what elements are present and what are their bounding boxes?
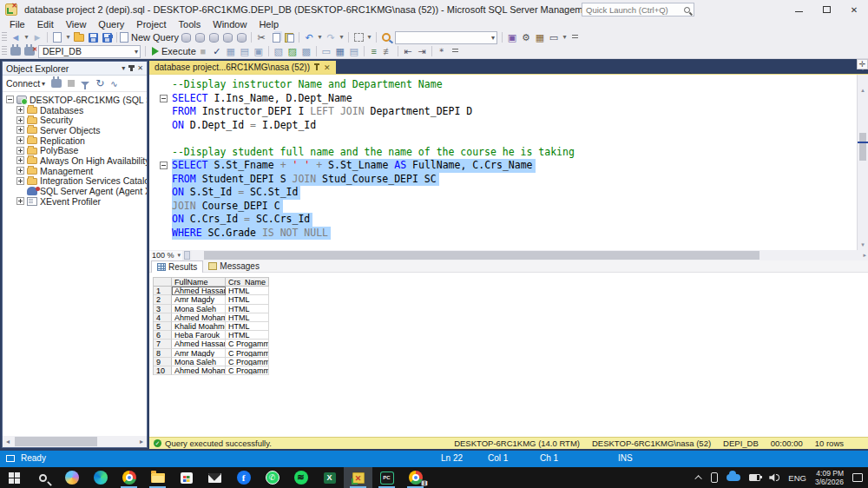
tree-item-security[interactable]: Security <box>3 115 147 125</box>
open-file-icon[interactable] <box>72 31 86 43</box>
document-tab[interactable]: database project...6RC1KMG\nasa (52)) ✕ <box>149 61 336 74</box>
expander-icon[interactable] <box>16 167 24 175</box>
taskbar-start[interactable] <box>0 467 29 488</box>
stop-icon[interactable] <box>68 80 75 87</box>
grid-cell[interactable]: Amr Magdy <box>172 295 226 304</box>
zoom-selector[interactable]: 100 % ▾ <box>149 251 182 260</box>
selection-dropdown-icon[interactable]: ▾ <box>365 31 373 43</box>
grid-corner[interactable] <box>154 278 172 287</box>
redo-icon[interactable]: ↷ <box>324 31 338 43</box>
row-number[interactable]: 5 <box>154 322 172 331</box>
cancel-query-icon[interactable]: ■ <box>196 45 210 57</box>
database-4-icon[interactable] <box>220 31 234 43</box>
menu-query[interactable]: Query <box>92 19 130 30</box>
taskbar-copilot[interactable] <box>57 467 86 488</box>
tab-messages[interactable]: Messages <box>203 260 265 273</box>
database-1-icon[interactable] <box>179 31 193 43</box>
column-header-crs_name[interactable]: Crs_Name <box>226 278 269 287</box>
tree-item-integration-services-catalogs[interactable]: Integration Services Catalogs <box>3 176 147 187</box>
row-number[interactable]: 9 <box>154 358 172 366</box>
phone-link-icon[interactable] <box>711 472 718 483</box>
new-file-dropdown-icon[interactable]: ▾ <box>64 31 72 43</box>
activity-monitor-icon[interactable]: ∿ <box>110 79 117 89</box>
grid-cell[interactable]: HTML <box>226 295 269 304</box>
toolbar-grip-2[interactable] <box>2 46 7 56</box>
close-button[interactable]: ✕ <box>840 0 868 19</box>
expander-icon[interactable] <box>6 96 14 103</box>
taskbar-whatsapp[interactable]: ✆ <box>258 467 286 488</box>
disconnect-icon[interactable] <box>51 79 62 88</box>
grid-cell[interactable]: Heba Farouk <box>172 331 226 340</box>
menu-view[interactable]: View <box>60 19 93 30</box>
grid-cell[interactable]: HTML <box>226 287 269 295</box>
column-number[interactable]: Col 1 <box>488 453 508 463</box>
row-number[interactable]: 7 <box>154 340 172 348</box>
execute-button[interactable]: Execute <box>148 46 196 56</box>
uncomment-icon[interactable]: ≢ <box>381 45 395 57</box>
editor-hscrollbar[interactable]: ▸ <box>192 250 868 260</box>
overflow-icon[interactable] <box>449 45 463 57</box>
refresh-icon[interactable]: ↻ <box>95 77 104 89</box>
new-query-button[interactable]: New Query <box>120 32 179 43</box>
new-file-icon[interactable] <box>50 31 64 43</box>
notification-center-icon[interactable] <box>852 473 863 482</box>
menu-project[interactable]: Project <box>130 19 172 30</box>
scroll-left-icon[interactable]: ◂ <box>3 438 13 445</box>
row-number[interactable]: 6 <box>154 331 172 340</box>
tray-expand-icon[interactable] <box>697 475 702 480</box>
results-to-file-icon[interactable]: ▤ <box>347 45 361 57</box>
tree-item-replication[interactable]: Replication <box>3 135 147 146</box>
sql-editor[interactable]: --Display instructor Name and Department… <box>149 75 868 250</box>
tree-item-server-objects[interactable]: Server Objects <box>3 125 147 135</box>
row-number[interactable]: 3 <box>154 305 172 313</box>
language-indicator[interactable]: ENG <box>788 473 806 483</box>
cut-icon[interactable]: ✂ <box>254 31 268 43</box>
collapse-icon[interactable] <box>160 162 168 169</box>
pin-icon[interactable] <box>130 65 133 71</box>
menu-window[interactable]: Window <box>207 19 253 30</box>
clock[interactable]: 4:09 PM 3/6/2026 <box>815 469 844 486</box>
taskbar-edge[interactable] <box>86 467 115 488</box>
database-3-icon[interactable] <box>207 31 220 43</box>
menu-edit[interactable]: Edit <box>31 19 60 30</box>
char-number[interactable]: Ch 1 <box>540 453 558 463</box>
row-number[interactable]: 1 <box>154 287 172 295</box>
object-explorer-hscrollbar[interactable]: ◂ ▸ <box>3 436 147 447</box>
selection-box-icon[interactable] <box>352 31 365 43</box>
grid-cell[interactable]: C Progamming <box>226 340 269 348</box>
save-all-icon[interactable] <box>100 31 114 43</box>
expander-icon[interactable] <box>16 126 24 134</box>
tree-item-always-on-high-availability[interactable]: Always On High Availability <box>3 155 147 166</box>
expander-icon[interactable] <box>16 197 24 205</box>
tree-item-xevent-profiler[interactable]: XEvent Profiler <box>3 196 147 207</box>
connect-plug-icon[interactable] <box>9 45 23 57</box>
grid-cell[interactable]: C Progamming <box>226 366 269 375</box>
row-number[interactable]: 8 <box>154 349 172 358</box>
results-to-grid-icon[interactable]: ▦ <box>333 45 347 57</box>
tree-item-desktop-6rc1kmg-sql-server-14-0-100[interactable]: DESKTOP-6RC1KMG (SQL Server 14.0.100 <box>3 95 147 105</box>
comment-icon[interactable]: ≡ <box>367 45 381 57</box>
insert-mode[interactable]: INS <box>618 453 633 463</box>
vscroll-thumb[interactable] <box>859 133 866 161</box>
properties-window-icon[interactable]: ▣ <box>505 31 519 43</box>
grid-cell[interactable]: HTML <box>226 322 269 331</box>
find-icon[interactable] <box>379 31 393 43</box>
expander-icon[interactable] <box>16 106 24 114</box>
object-explorer-header[interactable]: Object Explorer ▾ ✕ <box>3 62 147 76</box>
tree-item-sql-server-agent-agent-xps-disabled[interactable]: SQL Server Agent (Agent XPs disabled) <box>3 186 147 196</box>
include-actual-plan-icon[interactable]: ▧ <box>272 45 286 57</box>
connect-dropdown-icon[interactable]: ▾ <box>42 80 45 88</box>
results-grid[interactable]: FullNameCrs_Name1Ahmed HassanHTML2Amr Ma… <box>153 277 269 375</box>
save-icon[interactable] <box>86 31 100 43</box>
taskbar-explorer[interactable] <box>143 467 172 488</box>
battery-icon[interactable] <box>749 474 760 481</box>
toolbar-grip[interactable] <box>2 32 7 43</box>
taskbar-mail[interactable] <box>201 467 229 488</box>
split-editor-button[interactable]: ✛ <box>857 59 868 69</box>
quick-launch-input[interactable]: Quick Launch (Ctrl+Q) <box>582 3 694 16</box>
taskbar-chrome[interactable] <box>115 467 143 488</box>
client-stats-icon[interactable]: ▩ <box>299 45 313 57</box>
taskbar-store[interactable] <box>172 467 201 488</box>
minimize-button[interactable] <box>785 0 812 19</box>
indent-icon[interactable]: ⇥ <box>415 45 429 57</box>
